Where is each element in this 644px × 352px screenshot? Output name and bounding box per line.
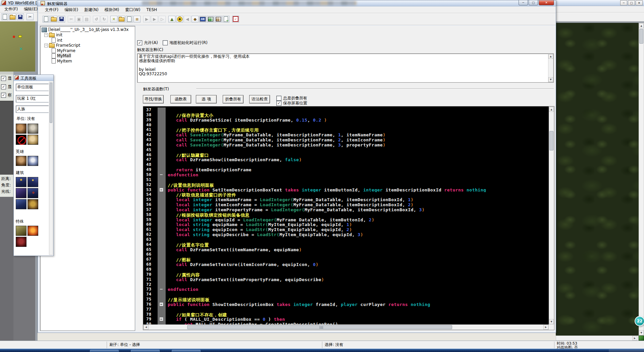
code-editor[interactable]: 3738//保存并设置大小39call DzFrameSetSize( item… bbox=[143, 106, 554, 330]
undo-icon[interactable]: ↺ bbox=[93, 16, 100, 23]
function-button-2[interactable]: 选 项 bbox=[196, 95, 217, 103]
trigger-enabled-checkbox[interactable]: ✓允许(A) bbox=[137, 40, 158, 46]
tool-panel-scroll-thumb[interactable] bbox=[50, 83, 52, 123]
fold-marker-icon[interactable]: − bbox=[160, 188, 163, 191]
tree-item-MyMall[interactable]: MyMall bbox=[42, 53, 135, 59]
redo-icon[interactable]: ↻ bbox=[101, 16, 108, 23]
campaign-editor-icon[interactable]: AB bbox=[199, 16, 206, 23]
building-icon-5[interactable] bbox=[16, 199, 26, 209]
te-minimize-button[interactable]: ─ bbox=[519, 0, 528, 5]
special-icon-3[interactable] bbox=[16, 237, 26, 247]
code-hscroll-thumb[interactable] bbox=[187, 325, 452, 329]
scroll-left-icon[interactable]: ◀ bbox=[144, 325, 149, 329]
te-close-button[interactable]: ✕ bbox=[539, 0, 554, 5]
open-map-icon[interactable] bbox=[9, 13, 16, 20]
te-menu-item-5[interactable]: TESH bbox=[144, 7, 160, 13]
fold-marker-icon[interactable]: − bbox=[160, 303, 163, 306]
function-button-0[interactable]: 寻找/替换 bbox=[143, 95, 164, 103]
unit-icon-militia[interactable] bbox=[28, 124, 38, 134]
checkbox-icon[interactable]: ✓ bbox=[1, 76, 6, 81]
view-option-checkbox-2[interactable]: ✓察 bbox=[1, 92, 13, 98]
function-button-4[interactable]: 语法检查 bbox=[249, 95, 270, 103]
unit-icon-forbid[interactable] bbox=[16, 135, 26, 145]
view-option-checkbox-1[interactable]: ✓显 bbox=[1, 84, 13, 90]
cut-icon[interactable]: ✂ bbox=[26, 13, 34, 20]
tree-item-MyFrame[interactable]: MyFrame bbox=[42, 48, 135, 53]
comment-scrollbar[interactable]: ▲ ▼ bbox=[548, 54, 553, 82]
main-restore-button[interactable]: ▢ bbox=[628, 0, 635, 5]
script-package-icon[interactable] bbox=[215, 16, 222, 23]
terrain-vscroll-thumb[interactable] bbox=[639, 29, 643, 44]
checkbox-icon[interactable] bbox=[163, 40, 168, 45]
paste-icon[interactable]: ▤ bbox=[83, 16, 90, 23]
delete-x-icon[interactable]: ✕ bbox=[110, 16, 117, 23]
sound-editor-icon[interactable]: ◀ bbox=[184, 16, 191, 23]
trigger-comment-icon[interactable]: ≡ bbox=[133, 16, 141, 23]
scroll-up-icon[interactable]: ▲ bbox=[639, 23, 644, 28]
te-menu-item-2[interactable]: 新建(N) bbox=[81, 6, 101, 13]
tesh-settings-icon[interactable]: ✓ bbox=[232, 16, 239, 23]
building-icon-3[interactable] bbox=[16, 188, 26, 198]
tree-item-MyItem[interactable]: MyItem bbox=[42, 58, 135, 64]
open-icon[interactable] bbox=[50, 16, 57, 23]
te-menu-item-0[interactable]: 文件(F) bbox=[42, 6, 61, 13]
scroll-down-icon[interactable]: ▼ bbox=[549, 319, 554, 324]
tree-item-init[interactable]: −init bbox=[42, 33, 135, 38]
minimap-toggle-icon[interactable] bbox=[639, 336, 644, 341]
view-option-checkbox-0[interactable]: ✓显 bbox=[1, 76, 13, 81]
import-manager-icon[interactable] bbox=[207, 16, 214, 23]
fold-marker-icon[interactable]: − bbox=[160, 317, 163, 321]
main-menu-item-0[interactable]: 文件(F) bbox=[1, 6, 21, 13]
scroll-down-icon[interactable]: ▼ bbox=[639, 330, 644, 335]
checkbox-icon[interactable]: ✓ bbox=[1, 93, 6, 98]
unit-icon-peasant[interactable] bbox=[16, 124, 26, 134]
tool-panel-scrollbar[interactable] bbox=[49, 82, 53, 255]
te-menu-item-1[interactable]: 编辑(E) bbox=[61, 6, 81, 13]
scroll-down-icon[interactable]: ▼ bbox=[548, 77, 553, 82]
expand-icon[interactable]: − bbox=[44, 33, 48, 37]
run-on-init-checkbox[interactable]: 地图初始化时运行(R) bbox=[163, 40, 208, 46]
dropdown-2[interactable]: 人族 bbox=[16, 105, 49, 113]
dropdown-0[interactable]: 单位面板 bbox=[16, 84, 49, 91]
checkbox-icon[interactable]: ✓ bbox=[137, 40, 142, 45]
scroll-right-icon[interactable]: ▶ bbox=[632, 336, 637, 340]
building-icon-2[interactable] bbox=[28, 177, 38, 187]
main-close-button[interactable]: ✕ bbox=[636, 0, 643, 5]
hero-icon-2[interactable] bbox=[28, 156, 38, 166]
checkbox-icon[interactable]: ✓ bbox=[1, 84, 6, 89]
terrain-hscrollbar[interactable]: ▶ bbox=[556, 336, 639, 341]
cut-icon[interactable]: ✂ bbox=[68, 16, 75, 23]
tree-root-item[interactable]: [leisel_____''_UI-_3__1o_賦-jass v1.3.w3x bbox=[42, 27, 135, 33]
new-map-icon[interactable] bbox=[1, 13, 8, 20]
terrain-view-corner[interactable]: ✕ bbox=[0, 21, 36, 72]
checkbox-icon[interactable] bbox=[276, 96, 281, 101]
te-menu-item-4[interactable]: 窗口(W) bbox=[122, 6, 143, 13]
code-hscrollbar[interactable]: ◀ ▶ bbox=[143, 324, 549, 330]
building-icon-4[interactable] bbox=[28, 188, 38, 198]
taskbar-tray[interactable] bbox=[609, 349, 644, 352]
code-viewport[interactable]: 3738//保存并设置大小39call DzFrameSetSize( item… bbox=[143, 106, 549, 324]
tree-item-FrameScript[interactable]: −FrameScript bbox=[42, 43, 135, 48]
save-icon[interactable] bbox=[58, 16, 65, 23]
te-menu-item-3[interactable]: 模块(M) bbox=[102, 6, 122, 13]
scroll-up-icon[interactable]: ▲ bbox=[549, 107, 554, 112]
enable-icon[interactable]: ▷ bbox=[159, 16, 166, 23]
special-icon-1[interactable] bbox=[16, 226, 26, 236]
terrain-vscrollbar[interactable]: ▲ ▼ bbox=[639, 23, 644, 336]
hero-icon-1[interactable] bbox=[16, 156, 26, 166]
building-icon-6[interactable] bbox=[28, 199, 38, 209]
overlay-badge[interactable]: 22 bbox=[635, 316, 644, 326]
scroll-right-icon[interactable]: ▶ bbox=[543, 325, 548, 329]
expand-icon[interactable]: − bbox=[44, 44, 48, 47]
taskbar-app-button[interactable] bbox=[90, 350, 119, 352]
new-category-icon[interactable] bbox=[118, 16, 125, 23]
tree-item-int[interactable]: int bbox=[42, 38, 135, 43]
scroll-up-icon[interactable]: ▲ bbox=[548, 54, 553, 59]
object-editor-icon[interactable]: ◆ bbox=[192, 16, 199, 23]
quick-run-icon[interactable]: ▶ bbox=[151, 16, 158, 23]
unit-icon-villager[interactable] bbox=[28, 135, 38, 145]
taskbar-app-button[interactable] bbox=[172, 350, 201, 352]
function-button-1[interactable]: 函数表 bbox=[170, 95, 191, 103]
trigger-comment-box[interactable]: 基于官方提供的api进行的一些简化操作，降低学习、使用成本感谢裂魂提供的帮助 b… bbox=[137, 53, 554, 83]
building-icon-1[interactable] bbox=[16, 177, 26, 187]
